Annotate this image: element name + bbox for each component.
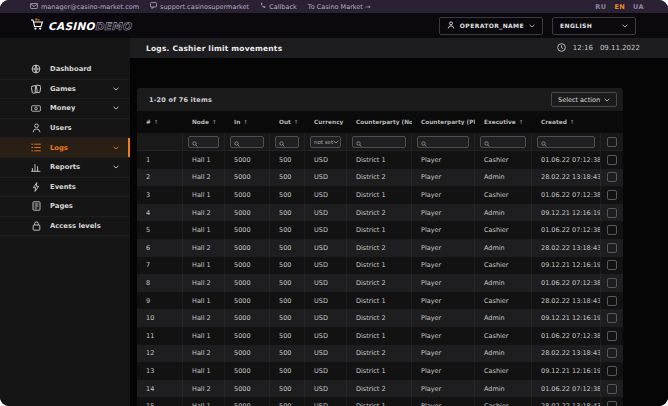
chevron-down-icon <box>113 163 119 171</box>
filter-input-out[interactable] <box>287 137 295 147</box>
sidebar-item-logs[interactable]: Logs <box>0 138 130 158</box>
lang-ua[interactable]: UA <box>633 3 644 11</box>
row-checkbox[interactable] <box>607 155 617 165</box>
row-checkbox[interactable] <box>607 348 617 358</box>
cell-created: 28.02.22 13:18:43 <box>532 239 601 257</box>
cell-: 15 <box>137 397 183 406</box>
cell-checkbox <box>601 309 623 327</box>
cell-counterparty-node: District 1 <box>347 362 412 380</box>
cell-currency: USD <box>305 345 347 363</box>
cell-in: 5000 <box>225 274 270 292</box>
filter-input-created[interactable] <box>549 137 591 147</box>
column-header-in[interactable]: In↑ <box>225 119 270 125</box>
currency-filter-select[interactable]: not set <box>310 136 341 148</box>
sidebar-item-pages[interactable]: Pages <box>0 197 130 217</box>
cell-created: 28.02.22 13:18:43 <box>532 345 601 363</box>
row-checkbox[interactable] <box>607 313 617 323</box>
filter-input-counterparty-node[interactable] <box>364 137 402 147</box>
table-row: 11Hall 15000500USDDistrict 1PlayerCashie… <box>137 327 623 345</box>
table-filter-row: not set <box>137 133 623 151</box>
sidebar-item-dashboard[interactable]: Dashboard <box>0 60 130 80</box>
row-checkbox[interactable] <box>607 225 617 235</box>
select-action-dropdown[interactable]: Select action <box>551 92 617 107</box>
sidebar-item-label: Dashboard <box>50 65 91 73</box>
filter-input-in[interactable] <box>242 137 260 147</box>
cell-out: 500 <box>270 327 305 345</box>
sidebar-item-access-levels[interactable]: Access levels <box>0 217 130 237</box>
column-header-node[interactable]: Node↑ <box>183 119 225 125</box>
row-checkbox[interactable] <box>607 208 617 218</box>
sidebar-item-label: Logs <box>50 144 68 152</box>
time-value: 12:16 <box>573 44 593 52</box>
cell-node: Hall 2 <box>183 204 225 222</box>
row-checkbox[interactable] <box>607 384 617 394</box>
cell-in: 5000 <box>225 345 270 363</box>
cell-executive: Admin <box>475 204 532 222</box>
table-row: 4Hall 25000500USDDistrict 2PlayerAdmin09… <box>137 204 623 222</box>
sidebar-item-events[interactable]: Events <box>0 178 130 198</box>
lang-en[interactable]: EN <box>614 3 625 11</box>
column-header-created[interactable]: Created↑ <box>532 119 601 125</box>
sidebar-item-label: Games <box>50 85 76 93</box>
column-header-executive[interactable]: Executive↑ <box>475 119 532 125</box>
language-dropdown[interactable]: ENGLISH <box>552 17 636 35</box>
cell-executive: Cashier <box>475 397 532 406</box>
cell-currency: USD <box>305 380 347 398</box>
cell-currency: USD <box>305 221 347 239</box>
table-body: 1Hall 15000500USDDistrict 1PlayerCashier… <box>137 151 623 406</box>
cell-out: 500 <box>270 169 305 187</box>
logo[interactable]: CASINODEMO <box>30 16 131 35</box>
cell-currency: USD <box>305 151 347 169</box>
cell-counterparty-node: District 1 <box>347 397 412 406</box>
cell-in: 5000 <box>225 204 270 222</box>
column-header-[interactable]: #↑ <box>137 119 183 125</box>
filter-input-node[interactable] <box>200 137 215 147</box>
email-link[interactable]: manager@casino-market.com <box>30 3 139 11</box>
cell-out: 500 <box>270 362 305 380</box>
datetime: 12:16 09.11.2022 <box>557 43 640 54</box>
sidebar-item-money[interactable]: Money <box>0 99 130 119</box>
operator-name: OPERATOR_NAME <box>460 22 524 29</box>
cell-counterparty-player: Player <box>412 221 475 239</box>
column-header-counterparty-node[interactable]: Counterparty (Node)↑ <box>347 119 412 125</box>
cell-checkbox <box>601 169 623 187</box>
filter-input-counterparty-player[interactable] <box>429 137 465 147</box>
column-header-out[interactable]: Out↑ <box>270 119 305 125</box>
callback-link[interactable]: Callback <box>260 2 297 11</box>
row-checkbox[interactable] <box>607 243 617 253</box>
row-checkbox[interactable] <box>607 172 617 182</box>
column-header-counterparty-player[interactable]: Counterparty (Player)↑ <box>412 119 475 125</box>
cell-checkbox <box>601 380 623 398</box>
support-link[interactable]: support.casinosupermarket <box>150 2 249 11</box>
search-icon <box>279 132 285 151</box>
column-header-currency[interactable]: Currency↑ <box>305 119 347 125</box>
row-checkbox[interactable] <box>607 190 617 200</box>
cell-node: Hall 1 <box>183 327 225 345</box>
cell-currency: USD <box>305 239 347 257</box>
sidebar-item-games[interactable]: Games <box>0 80 130 100</box>
row-checkbox[interactable] <box>607 366 617 376</box>
filter-input-executive[interactable] <box>492 137 522 147</box>
sidebar-item-users[interactable]: Users <box>0 119 130 139</box>
to-casino-market-link[interactable]: To Casino Market → <box>308 3 371 11</box>
row-checkbox[interactable] <box>607 278 617 288</box>
row-checkbox[interactable] <box>607 296 617 306</box>
games-icon <box>31 84 41 94</box>
cell-in: 5000 <box>225 151 270 169</box>
select-all-checkbox[interactable] <box>607 137 617 147</box>
row-checkbox[interactable] <box>607 401 617 406</box>
sidebar-item-reports[interactable]: Reports <box>0 158 130 178</box>
cell-checkbox <box>601 362 623 380</box>
cell-currency: USD <box>305 362 347 380</box>
cell-counterparty-player: Player <box>412 327 475 345</box>
operator-dropdown[interactable]: OPERATOR_NAME <box>439 17 543 35</box>
cell-node: Hall 2 <box>183 345 225 363</box>
row-checkbox[interactable] <box>607 331 617 341</box>
filter-cell-checkbox <box>601 133 623 150</box>
row-checkbox[interactable] <box>607 260 617 270</box>
cell-executive: Admin <box>475 169 532 187</box>
lang-ru[interactable]: RU <box>595 3 606 11</box>
cell-out: 500 <box>270 292 305 310</box>
table-row: 3Hall 15000500USDDistrict 1PlayerCashier… <box>137 186 623 204</box>
cell-node: Hall 2 <box>183 274 225 292</box>
